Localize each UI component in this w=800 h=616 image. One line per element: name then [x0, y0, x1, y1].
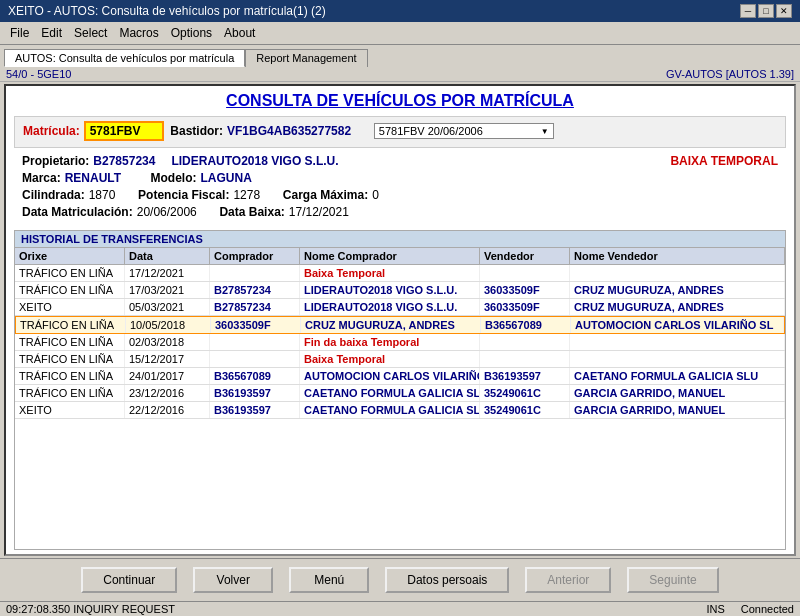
table-row[interactable]: TRÁFICO EN LIÑA 17/03/2021 B27857234 LID… — [15, 282, 785, 299]
tab-autos[interactable]: AUTOS: Consulta de vehículos por matrícu… — [4, 49, 245, 67]
carga-label: Carga Máxima: — [283, 188, 368, 202]
menu-macros[interactable]: Macros — [113, 24, 164, 42]
cell-comprador — [210, 334, 300, 350]
cell-nome-vendedor: CRUZ MUGURUZA, ANDRES — [570, 282, 785, 298]
cell-comprador: B27857234 — [210, 299, 300, 315]
cell-nome-vendedor — [570, 265, 785, 281]
data-baixa-label: Data Baixa: — [219, 205, 284, 219]
cell-comprador: 36033509F — [211, 317, 301, 333]
col-vendedor: Vendedor — [480, 248, 570, 264]
bastidor-value: VF1BG4AB635277582 — [227, 124, 351, 138]
cell-vendedor — [480, 334, 570, 350]
table-row[interactable]: TRÁFICO EN LIÑA 10/05/2018 36033509F CRU… — [15, 316, 785, 334]
cell-nome-vendedor: GARCIA GARRIDO, MANUEL — [570, 402, 785, 418]
cell-comprador — [210, 351, 300, 367]
cell-nome-vendedor — [570, 334, 785, 350]
tab-report[interactable]: Report Management — [245, 49, 367, 67]
menu-bar: File Edit Select Macros Options About — [0, 22, 800, 45]
cell-comprador: B36567089 — [210, 368, 300, 384]
table-row[interactable]: XEITO 05/03/2021 B27857234 LIDERAUTO2018… — [15, 299, 785, 316]
minimize-button[interactable]: ─ — [740, 4, 756, 18]
cell-vendedor: 35249061C — [480, 402, 570, 418]
table-row[interactable]: TRÁFICO EN LIÑA 02/03/2018 Fin da baixa … — [15, 334, 785, 351]
marca-value: RENAULT — [65, 171, 121, 185]
col-data: Data — [125, 248, 210, 264]
cell-orixe: TRÁFICO EN LIÑA — [16, 317, 126, 333]
cell-data: 10/05/2018 — [126, 317, 211, 333]
main-content: CONSULTA DE VEHÍCULOS POR MATRÍCULA Matr… — [4, 84, 796, 556]
bastidor-label: Bastidor: — [170, 124, 223, 138]
table-row[interactable]: TRÁFICO EN LIÑA 15/12/2017 Baixa Tempora… — [15, 351, 785, 368]
title-bar: XEITO - AUTOS: Consulta de vehículos por… — [0, 0, 800, 22]
cell-nome-vendedor: GARCIA GARRIDO, MANUEL — [570, 385, 785, 401]
historial-section: HISTORIAL DE TRANSFERENCIAS Orixe Data C… — [14, 230, 786, 550]
data-baixa-value: 17/12/2021 — [289, 205, 349, 219]
carga-value: 0 — [372, 188, 379, 202]
propietario-row: Propietario: B27857234 LIDERAUTO2018 VIG… — [22, 154, 778, 168]
cilindrada-label: Cilindrada: — [22, 188, 85, 202]
menu-options[interactable]: Options — [165, 24, 218, 42]
marca-row: Marca: RENAULT Modelo: LAGUNA — [22, 171, 778, 185]
menu-about[interactable]: About — [218, 24, 261, 42]
col-nome-vendedor: Nome Vendedor — [570, 248, 785, 264]
modelo-value: LAGUNA — [200, 171, 251, 185]
info-section: Propietario: B27857234 LIDERAUTO2018 VIG… — [14, 150, 786, 226]
data-matriculacion-value: 20/06/2006 — [137, 205, 197, 219]
anterior-button: Anterior — [525, 567, 611, 593]
cell-vendedor: 36033509F — [480, 299, 570, 315]
propietario-name: LIDERAUTO2018 VIGO S.L.U. — [171, 154, 338, 168]
modelo-label: Modelo: — [150, 171, 196, 185]
cell-comprador: B27857234 — [210, 282, 300, 298]
window-title: XEITO - AUTOS: Consulta de vehículos por… — [8, 4, 326, 18]
status-bar-top: 54/0 - 5GE10 GV-AUTOS [AUTOS 1.39] — [0, 67, 800, 82]
cell-orixe: TRÁFICO EN LIÑA — [15, 351, 125, 367]
cell-vendedor: 36033509F — [480, 282, 570, 298]
maximize-button[interactable]: □ — [758, 4, 774, 18]
cell-orixe: TRÁFICO EN LIÑA — [15, 282, 125, 298]
table-row[interactable]: XEITO 22/12/2016 B36193597 CAETANO FORMU… — [15, 402, 785, 419]
cell-vendedor: B36567089 — [481, 317, 571, 333]
table-row[interactable]: TRÁFICO EN LIÑA 23/12/2016 B36193597 CAE… — [15, 385, 785, 402]
historial-title: HISTORIAL DE TRANSFERENCIAS — [15, 231, 785, 248]
continuar-button[interactable]: Continuar — [81, 567, 177, 593]
cell-nome-comprador: LIDERAUTO2018 VIGO S.L.U. — [300, 282, 480, 298]
cell-data: 24/01/2017 — [125, 368, 210, 384]
cell-orixe: XEITO — [15, 299, 125, 315]
menu-select[interactable]: Select — [68, 24, 113, 42]
dropdown-arrow-icon: ▼ — [541, 127, 549, 136]
cell-nome-vendedor: AUTOMOCION CARLOS VILARIÑO SL — [571, 317, 784, 333]
cell-nome-comprador: AUTOMOCION CARLOS VILARIÑO SL — [300, 368, 480, 384]
potencia-value: 1278 — [233, 188, 260, 202]
seguinte-button: Seguinte — [627, 567, 718, 593]
status-right: GV-AUTOS [AUTOS 1.39] — [666, 68, 794, 80]
table-header: Orixe Data Comprador Nome Comprador Vend… — [15, 248, 785, 265]
table-row[interactable]: TRÁFICO EN LIÑA 17/12/2021 Baixa Tempora… — [15, 265, 785, 282]
table-row[interactable]: TRÁFICO EN LIÑA 24/01/2017 B36567089 AUT… — [15, 368, 785, 385]
page-title: CONSULTA DE VEHÍCULOS POR MATRÍCULA — [6, 86, 794, 114]
cell-orixe: TRÁFICO EN LIÑA — [15, 385, 125, 401]
propietario-label: Propietario: — [22, 154, 89, 168]
status-left: 54/0 - 5GE10 — [6, 68, 71, 80]
form-section: Matrícula: Bastidor: VF1BG4AB635277582 5… — [14, 116, 786, 148]
matricula-row: Matrícula: Bastidor: VF1BG4AB635277582 5… — [23, 121, 777, 141]
cell-nome-comprador: Fin da baixa Temporal — [300, 334, 480, 350]
menu-file[interactable]: File — [4, 24, 35, 42]
menu-button[interactable]: Menú — [289, 567, 369, 593]
cell-data: 17/12/2021 — [125, 265, 210, 281]
close-button[interactable]: ✕ — [776, 4, 792, 18]
menu-edit[interactable]: Edit — [35, 24, 68, 42]
baja-temporal-badge: BAIXA TEMPORAL — [670, 154, 778, 168]
cell-data: 22/12/2016 — [125, 402, 210, 418]
cell-comprador — [210, 265, 300, 281]
window-controls: ─ □ ✕ — [740, 4, 792, 18]
col-orixe: Orixe — [15, 248, 125, 264]
volver-button[interactable]: Volver — [193, 567, 273, 593]
datos-persoais-button[interactable]: Datos persoais — [385, 567, 509, 593]
cell-data: 17/03/2021 — [125, 282, 210, 298]
cell-data: 02/03/2018 — [125, 334, 210, 350]
matricula-dropdown[interactable]: 5781FBV 20/06/2006 ▼ — [374, 123, 554, 139]
cilindrada-row: Cilindrada: 1870 Potencia Fiscal: 1278 C… — [22, 188, 778, 202]
cell-nome-comprador: CAETANO FORMULA GALICIA SLU — [300, 402, 480, 418]
matricula-input[interactable] — [84, 121, 164, 141]
table-body: TRÁFICO EN LIÑA 17/12/2021 Baixa Tempora… — [15, 265, 785, 549]
